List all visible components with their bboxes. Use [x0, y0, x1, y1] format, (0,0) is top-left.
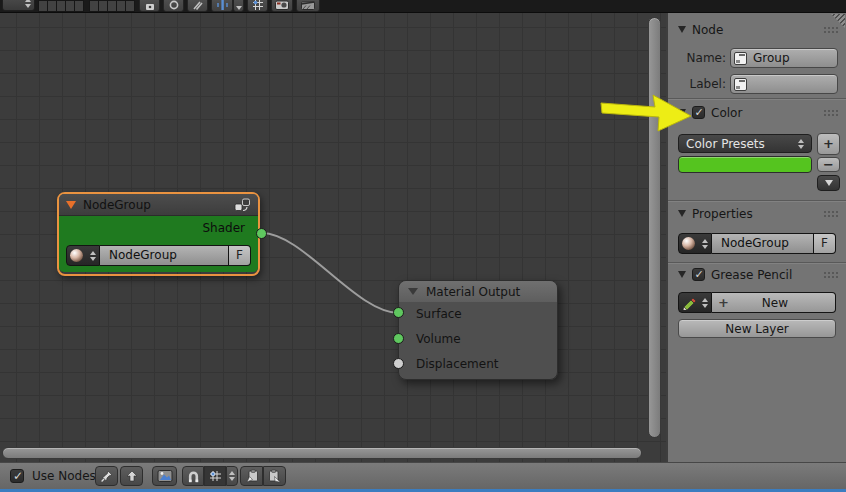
- add-preset-button[interactable]: +: [817, 133, 840, 155]
- properties-sidebar: Node Name: Group Label: Color Color Pres…: [666, 13, 846, 462]
- go-to-parent-button[interactable]: [120, 466, 143, 486]
- panel-drag-handle-icon[interactable]: [823, 271, 838, 278]
- new-layer-button[interactable]: New Layer: [678, 319, 836, 338]
- render-animation-button[interactable]: [296, 0, 320, 12]
- node-panel-header[interactable]: Node: [678, 22, 838, 37]
- snap-toggle-button[interactable]: [182, 466, 204, 486]
- collapse-triangle-icon[interactable]: [66, 201, 76, 209]
- color-enable-checkbox[interactable]: [692, 106, 705, 119]
- node-name-field[interactable]: Group: [730, 48, 838, 68]
- shader-output-label: Shader: [59, 216, 258, 240]
- snap-dropdown[interactable]: [233, 0, 244, 12]
- dropdown-arrows-icon: [25, 0, 31, 8]
- lock-icon: [145, 1, 155, 10]
- material-sphere-icon: [70, 249, 83, 262]
- panel-drag-handle-icon[interactable]: [823, 210, 838, 217]
- nodetree-name-field[interactable]: NodeGroup: [100, 245, 229, 266]
- snap-element-icon: [216, 0, 229, 10]
- panel-separator: [668, 262, 846, 264]
- parent-up-icon: [126, 470, 138, 482]
- node-label-field[interactable]: [730, 74, 838, 94]
- lock-button[interactable]: [139, 0, 160, 12]
- down-triangle-icon: [825, 180, 833, 186]
- snap-element-button[interactable]: [211, 0, 233, 12]
- snap-element-button[interactable]: [204, 466, 226, 486]
- nodetree-name-field[interactable]: NodeGroup: [712, 233, 814, 254]
- displacement-input-label: Displacement: [399, 352, 557, 377]
- pin-icon: [100, 469, 114, 483]
- nodegroup-node-header[interactable]: NodeGroup: [59, 194, 258, 216]
- proportional-edit-button[interactable]: [163, 0, 184, 12]
- fake-user-button[interactable]: F: [814, 233, 836, 254]
- viewport-header: [0, 0, 846, 13]
- grease-pencil-panel-header[interactable]: Grease Pencil: [678, 267, 838, 282]
- name-label: Name:: [682, 48, 726, 68]
- layer-toggle[interactable]: [125, 0, 135, 12]
- use-nodes-checkbox[interactable]: [10, 469, 24, 483]
- node-editor-footer: Use Nodes: [0, 462, 846, 489]
- panel-drag-handle-icon[interactable]: [823, 26, 838, 33]
- node-icon: [734, 52, 747, 65]
- pencil-icon: [682, 296, 696, 310]
- nodetree-browse-dropdown[interactable]: [678, 233, 712, 254]
- panel-drag-handle-icon[interactable]: [823, 109, 838, 116]
- presets-specials-button[interactable]: [817, 175, 840, 191]
- backdrop-icon: [157, 469, 173, 483]
- panel-collapse-icon[interactable]: [678, 210, 686, 217]
- horizontal-scrollbar[interactable]: [2, 447, 642, 459]
- dropdown-arrows-icon: [236, 6, 242, 10]
- layer-toggle[interactable]: [74, 0, 84, 12]
- snap-grid-icon: [209, 470, 222, 482]
- snap-grid-button[interactable]: [247, 0, 268, 12]
- nodegroup-node-body: Shader NodeGroup F: [59, 216, 258, 272]
- grease-pencil-row: + New: [678, 292, 836, 313]
- rotation-manipulator-icon: [192, 0, 203, 10]
- nodegroup-node[interactable]: NodeGroup Shader NodeGroup F: [57, 192, 260, 276]
- material-output-header[interactable]: Material Output: [399, 281, 557, 302]
- collapse-triangle-icon[interactable]: [408, 288, 418, 295]
- browse-arrows-icon: [90, 251, 96, 261]
- vertical-scrollbar[interactable]: [648, 17, 661, 438]
- paste-button[interactable]: [263, 466, 286, 486]
- volume-input-socket[interactable]: [393, 333, 404, 344]
- color-presets-dropdown[interactable]: Color Presets: [678, 134, 812, 153]
- plus-icon: +: [718, 295, 729, 310]
- fake-user-button[interactable]: F: [229, 245, 251, 266]
- blender-window: NodeGroup Shader NodeGroup F: [0, 0, 846, 492]
- snap-magnet-icon: [187, 470, 200, 483]
- nodetree-browse-dropdown[interactable]: [66, 245, 100, 266]
- color-panel-header[interactable]: Color: [678, 105, 838, 120]
- shader-output-socket[interactable]: [256, 228, 267, 239]
- render-button[interactable]: [271, 0, 293, 12]
- panel-separator: [668, 98, 846, 100]
- dropdown-arrows-icon: [798, 139, 804, 149]
- new-button-label: New: [729, 296, 821, 310]
- surface-input-socket[interactable]: [393, 307, 404, 318]
- backdrop-button[interactable]: [152, 466, 177, 486]
- color-swatch[interactable]: [678, 156, 812, 173]
- properties-panel-header[interactable]: Properties: [678, 206, 838, 221]
- copy-button[interactable]: [240, 466, 263, 486]
- grease-pencil-browse-dropdown[interactable]: [678, 292, 712, 313]
- color-presets-value: Color Presets: [686, 137, 765, 151]
- mode-dropdown[interactable]: [2, 0, 35, 11]
- edit-group-icon[interactable]: [234, 198, 251, 212]
- layer-grid-right: [89, 0, 134, 12]
- layer-grid-left: [38, 0, 83, 12]
- nodegroup-node-title: NodeGroup: [83, 198, 151, 212]
- panel-collapse-icon[interactable]: [678, 26, 686, 33]
- node-editor-canvas[interactable]: NodeGroup Shader NodeGroup F: [0, 13, 668, 462]
- snap-element-dropdown[interactable]: [226, 466, 238, 486]
- material-output-node[interactable]: Material Output Surface Volume Displacem…: [398, 280, 558, 380]
- grease-pencil-checkbox[interactable]: [692, 268, 705, 281]
- proportional-edit-icon: [169, 0, 179, 10]
- rotation-manipulator-button[interactable]: [187, 0, 208, 12]
- panel-collapse-icon[interactable]: [678, 271, 686, 278]
- remove-preset-button[interactable]: −: [817, 157, 840, 172]
- displacement-input-socket[interactable]: [393, 358, 404, 369]
- panel-separator: [668, 200, 846, 202]
- new-grease-pencil-button[interactable]: + New: [712, 292, 836, 313]
- panel-collapse-icon[interactable]: [678, 109, 686, 116]
- nodegroup-datablock-row: NodeGroup F: [66, 245, 251, 266]
- pin-button[interactable]: [95, 466, 118, 486]
